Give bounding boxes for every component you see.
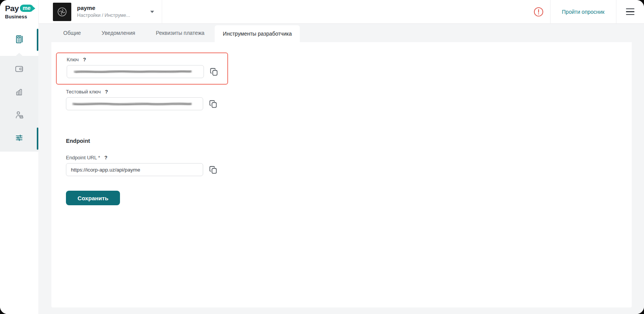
- endpoint-url-label: Endpoint URL *: [66, 155, 100, 160]
- sidebar: Pay me Business: [0, 0, 38, 314]
- tab-notifications[interactable]: Уведомления: [91, 24, 146, 42]
- test-key-input[interactable]: [66, 97, 203, 110]
- content-area: Общие Уведомления Реквизиты платежа Инст…: [38, 24, 644, 314]
- top-header: payme Настройки / Инструме... Пройти опр…: [38, 0, 644, 24]
- key-field-label: Ключ: [67, 57, 79, 62]
- key-input[interactable]: [67, 65, 204, 78]
- endpoint-copy-button[interactable]: [209, 165, 218, 175]
- settings-sliders-icon: [14, 133, 24, 144]
- merchant-name: payme: [77, 5, 130, 12]
- endpoint-field-group: Endpoint URL * ?: [66, 155, 632, 176]
- test-key-help-icon[interactable]: ?: [105, 89, 108, 95]
- sidebar-nav: [0, 28, 38, 152]
- merchant-emblem-icon: [56, 6, 68, 18]
- payme-business-logo: Pay me Business: [0, 0, 38, 19]
- key-copy-button[interactable]: [209, 67, 219, 77]
- bar-chart-icon: [14, 87, 24, 98]
- logo-business-text: Business: [5, 14, 38, 19]
- sidebar-item-statistics[interactable]: [0, 81, 38, 104]
- sidebar-item-cashbox[interactable]: [0, 28, 38, 51]
- test-key-field-label: Тестовый ключ: [66, 89, 101, 95]
- endpoint-help-icon[interactable]: ?: [104, 155, 107, 160]
- wallet-icon: [14, 64, 24, 75]
- sidebar-item-settings[interactable]: [0, 127, 38, 150]
- chevron-down-icon: [150, 11, 154, 13]
- test-key-field-group: Тестовый ключ ?: [66, 89, 632, 110]
- staff-icon: [14, 110, 24, 121]
- merchant-avatar: [53, 3, 71, 21]
- merchant-breadcrumb: Настройки / Инструме...: [77, 13, 130, 19]
- survey-link[interactable]: Пройти опросник: [550, 0, 616, 23]
- logo-me-badge: me: [20, 5, 33, 12]
- hamburger-menu-icon[interactable]: [616, 8, 644, 15]
- endpoint-url-input[interactable]: [66, 163, 203, 176]
- tab-bar: Общие Уведомления Реквизиты платежа Инст…: [38, 24, 644, 42]
- alert-button[interactable]: [527, 0, 550, 23]
- key-help-icon[interactable]: ?: [83, 57, 86, 62]
- copy-icon: [209, 165, 218, 175]
- copy-icon: [209, 67, 219, 77]
- redacted-scribble: [71, 68, 194, 75]
- alert-exclamation-icon: [533, 7, 544, 17]
- logo-pay-text: Pay: [5, 4, 19, 12]
- merchant-selector[interactable]: payme Настройки / Инструме...: [38, 0, 162, 23]
- sidebar-sub-group: [0, 56, 38, 152]
- sidebar-item-wallet[interactable]: [0, 58, 38, 81]
- developer-tools-panel: Ключ ?: [51, 42, 632, 307]
- sidebar-item-staff[interactable]: [0, 104, 38, 127]
- tab-general[interactable]: Общие: [53, 24, 91, 42]
- endpoint-section-title: Endpoint: [66, 138, 632, 144]
- tab-developer-tools[interactable]: Инструменты разработчика: [215, 25, 300, 42]
- test-key-copy-button[interactable]: [209, 99, 218, 109]
- pos-terminal-icon: [14, 34, 25, 46]
- redacted-scribble: [70, 100, 194, 107]
- save-button[interactable]: Сохранить: [66, 191, 120, 205]
- copy-icon: [209, 99, 218, 109]
- key-field-highlight-box: Ключ ?: [56, 52, 228, 85]
- tab-payment-details[interactable]: Реквизиты платежа: [146, 24, 215, 42]
- app-window: Pay me Business: [0, 0, 644, 314]
